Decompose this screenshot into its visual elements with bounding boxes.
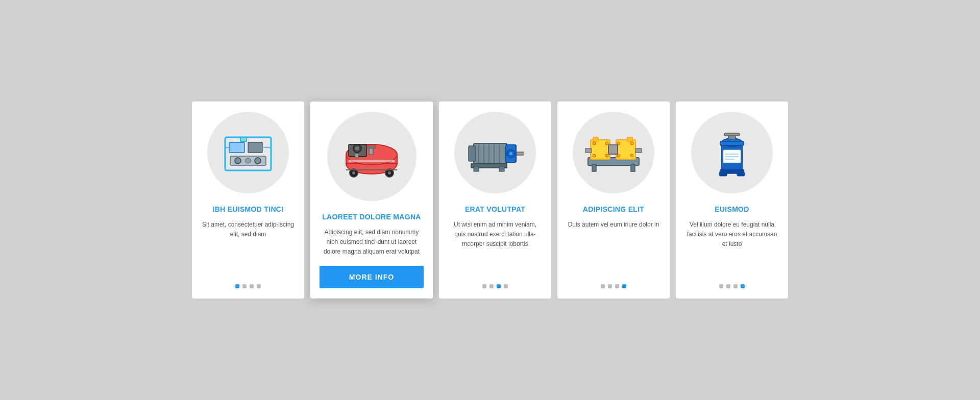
dot-3 <box>497 284 501 288</box>
svg-rect-34 <box>516 152 523 155</box>
electric-motor-icon <box>466 131 525 174</box>
dot-2 <box>608 284 612 288</box>
svg-point-54 <box>605 154 608 157</box>
card-1-title: IBH EUISMOD TINCI <box>213 205 284 214</box>
card-4: ADIPISCING ELIT Duis autem vel eum iriur… <box>557 102 670 299</box>
svg-point-52 <box>605 142 608 145</box>
card-5: EUISMOD Vel illum dolore eu feugiat null… <box>676 102 788 299</box>
dot-3 <box>250 284 254 288</box>
dot-2 <box>726 284 730 288</box>
svg-rect-50 <box>631 164 635 171</box>
card-5-image <box>691 112 773 193</box>
gas-cylinder-icon <box>709 127 755 178</box>
svg-point-17 <box>355 146 359 151</box>
dot-2 <box>489 284 494 288</box>
card-2-desc: Adipiscing elit, sed diam nonummy nibh e… <box>320 228 424 257</box>
dot-1 <box>235 284 239 288</box>
svg-rect-47 <box>593 137 598 141</box>
svg-rect-63 <box>720 141 744 145</box>
svg-point-24 <box>388 171 391 174</box>
svg-rect-36 <box>474 166 479 171</box>
dot-1 <box>719 284 723 288</box>
more-info-button[interactable]: MORE INFO <box>320 266 424 288</box>
card-3-desc: Ut wisi enim ad minim veniam, quis nostr… <box>448 220 542 274</box>
svg-point-22 <box>352 171 355 174</box>
svg-point-58 <box>630 154 633 157</box>
card-3-title: ERAT VOLUTPAT <box>465 205 525 214</box>
card-4-dots <box>601 284 626 288</box>
dot-4 <box>504 284 508 288</box>
svg-point-51 <box>593 142 596 145</box>
card-3-image <box>454 112 536 193</box>
svg-point-56 <box>630 142 633 145</box>
dot-1 <box>601 284 605 288</box>
cards-container: IBH EUISMOD TINCI Sit amet, consectetuer… <box>192 102 788 299</box>
svg-point-40 <box>509 152 512 155</box>
svg-point-55 <box>617 142 620 145</box>
svg-point-57 <box>617 154 620 157</box>
card-5-title: EUISMOD <box>715 205 749 214</box>
card-4-image <box>573 112 654 193</box>
card-1-dots <box>235 284 261 288</box>
svg-point-8 <box>255 158 261 164</box>
svg-rect-45 <box>585 148 592 153</box>
svg-rect-14 <box>349 160 395 162</box>
dot-3 <box>733 284 738 288</box>
card-2-title: LAOREET DOLORE MAGNA <box>322 212 421 221</box>
svg-rect-44 <box>608 145 618 154</box>
svg-rect-2 <box>248 142 262 153</box>
dot-1 <box>482 284 486 288</box>
card-2: LAOREET DOLORE MAGNA Adipiscing elit, se… <box>310 102 433 299</box>
card-2-image <box>327 112 416 201</box>
air-compressor-icon <box>338 133 405 179</box>
card-1-desc: Sit amet, consectetuer adip-iscing elit,… <box>201 220 295 274</box>
svg-rect-62 <box>724 133 740 136</box>
svg-point-6 <box>235 158 241 164</box>
svg-rect-18 <box>355 154 358 158</box>
card-5-dots <box>719 284 745 288</box>
svg-rect-70 <box>737 172 745 176</box>
svg-rect-69 <box>719 172 727 176</box>
dot-2 <box>242 284 247 288</box>
svg-rect-48 <box>627 137 632 141</box>
svg-point-7 <box>246 158 251 163</box>
svg-rect-49 <box>592 164 596 171</box>
dot-3 <box>615 284 619 288</box>
card-4-title: ADIPISCING ELIT <box>583 205 644 214</box>
dot-4 <box>741 284 745 288</box>
svg-point-53 <box>593 154 596 157</box>
industrial-compressor-icon <box>583 130 644 176</box>
card-1-image <box>207 112 289 193</box>
svg-rect-46 <box>635 148 642 153</box>
card-3: ERAT VOLUTPAT Ut wisi enim ad minim veni… <box>439 102 551 299</box>
svg-rect-32 <box>469 146 476 161</box>
dot-4 <box>622 284 626 288</box>
card-5-desc: Vel illum dolore eu feugiat nulla facili… <box>685 220 779 274</box>
generator-icon <box>220 130 276 176</box>
card-3-dots <box>482 284 508 288</box>
svg-rect-37 <box>499 166 504 171</box>
svg-rect-1 <box>229 142 244 153</box>
dot-4 <box>257 284 261 288</box>
card-4-desc: Duis autem vel eum iriure dolor in <box>568 220 659 274</box>
card-1: IBH EUISMOD TINCI Sit amet, consectetuer… <box>192 102 304 299</box>
svg-rect-20 <box>367 146 375 148</box>
